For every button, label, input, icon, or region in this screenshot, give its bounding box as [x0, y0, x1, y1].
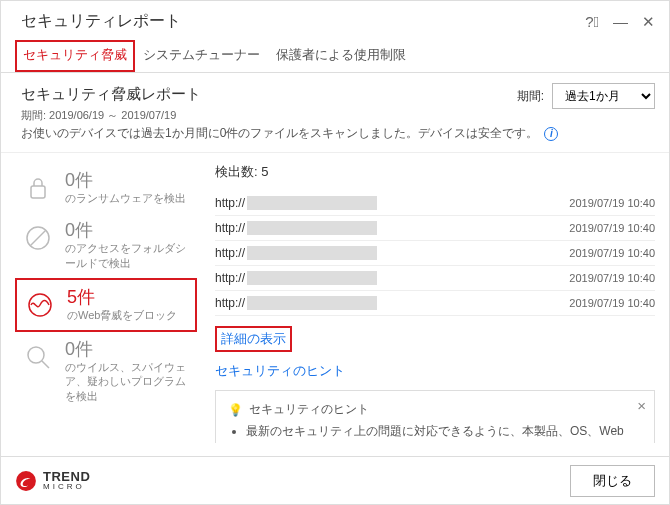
brand-logo: TREND MICRO: [15, 470, 90, 492]
redacted-url: [247, 246, 377, 260]
sidebar-item-folder-shield[interactable]: 0件 のアクセスをフォルダシールドで検出: [15, 213, 197, 278]
timestamp: 2019/07/19 10:40: [569, 272, 655, 284]
count: 0件: [65, 340, 191, 358]
brand-sub: MICRO: [43, 483, 90, 491]
sidebar-item-ransomware[interactable]: 0件 のランサムウェアを検出: [15, 163, 197, 213]
period-select[interactable]: 過去1か月: [552, 83, 655, 109]
svg-point-4: [28, 347, 44, 363]
redacted-url: [247, 271, 377, 285]
tab-bar: セキュリティ脅威 システムチューナー 保護者による使用制限: [1, 40, 669, 73]
sidebar-item-web-threats[interactable]: 5件 のWeb脅威をブロック: [15, 278, 197, 332]
desc: のアクセスをフォルダシールドで検出: [65, 241, 191, 270]
security-hint-link[interactable]: セキュリティのヒント: [215, 362, 345, 380]
close-icon[interactable]: ✕: [642, 13, 655, 31]
svg-rect-0: [31, 186, 45, 198]
count: 0件: [65, 171, 191, 189]
security-hint-box: × 💡 セキュリティのヒント 最新のセキュリティ上の問題に対応できるように、本製…: [215, 390, 655, 443]
hint-box-title: セキュリティのヒント: [249, 401, 369, 418]
bulb-icon: 💡: [228, 403, 243, 417]
trend-micro-icon: [15, 470, 37, 492]
tab-system-tuner[interactable]: システムチューナー: [135, 40, 268, 72]
close-button[interactable]: 閉じる: [570, 465, 655, 497]
help-icon[interactable]: ?⃝: [585, 13, 599, 30]
wave-icon: [23, 288, 57, 322]
desc: のランサムウェアを検出: [65, 191, 191, 205]
timestamp: 2019/07/19 10:40: [569, 222, 655, 234]
report-desc: お使いのデバイスでは過去1か月間に0件のファイルをスキャンしました。デバイスは安…: [21, 125, 538, 142]
window-title: セキュリティレポート: [21, 11, 181, 32]
period-label: 期間:: [517, 88, 544, 105]
redacted-url: [247, 196, 377, 210]
info-icon[interactable]: i: [544, 127, 558, 141]
timestamp: 2019/07/19 10:40: [569, 297, 655, 309]
redacted-url: [247, 221, 377, 235]
redacted-url: [247, 296, 377, 310]
search-icon: [21, 340, 55, 374]
block-icon: [21, 221, 55, 255]
minimize-icon[interactable]: —: [613, 13, 628, 30]
count: 5件: [67, 288, 189, 306]
desc: のウイルス、スパイウェア、疑わしいプログラムを検出: [65, 360, 191, 403]
detection-row[interactable]: http:// 2019/07/19 10:40: [215, 191, 655, 216]
svg-point-6: [16, 471, 36, 491]
show-detail-link[interactable]: 詳細の表示: [215, 326, 292, 352]
timestamp: 2019/07/19 10:40: [569, 197, 655, 209]
timestamp: 2019/07/19 10:40: [569, 247, 655, 259]
sidebar-item-virus[interactable]: 0件 のウイルス、スパイウェア、疑わしいプログラムを検出: [15, 332, 197, 411]
detection-row[interactable]: http:// 2019/07/19 10:40: [215, 241, 655, 266]
sidebar: 0件 のランサムウェアを検出 0件 のアクセスをフォルダシールドで検出 5件 の…: [1, 153, 201, 443]
svg-line-2: [30, 230, 46, 246]
report-range: 期間: 2019/06/19 ～ 2019/07/19: [21, 108, 649, 123]
hint-box-body: 最新のセキュリティ上の問題に対応できるように、本製品、OS、Webブラウザ、PD…: [246, 422, 626, 443]
detections-title: 検出数: 5: [215, 163, 655, 181]
tab-parental-controls[interactable]: 保護者による使用制限: [268, 40, 414, 72]
desc: のWeb脅威をブロック: [67, 308, 189, 322]
svg-line-5: [42, 361, 49, 368]
tab-security-threats[interactable]: セキュリティ脅威: [15, 40, 135, 72]
hint-close-icon[interactable]: ×: [637, 397, 646, 414]
lock-icon: [21, 171, 55, 205]
count: 0件: [65, 221, 191, 239]
detection-row[interactable]: http:// 2019/07/19 10:40: [215, 216, 655, 241]
detection-row[interactable]: http:// 2019/07/19 10:40: [215, 266, 655, 291]
detection-row[interactable]: http:// 2019/07/19 10:40: [215, 291, 655, 316]
